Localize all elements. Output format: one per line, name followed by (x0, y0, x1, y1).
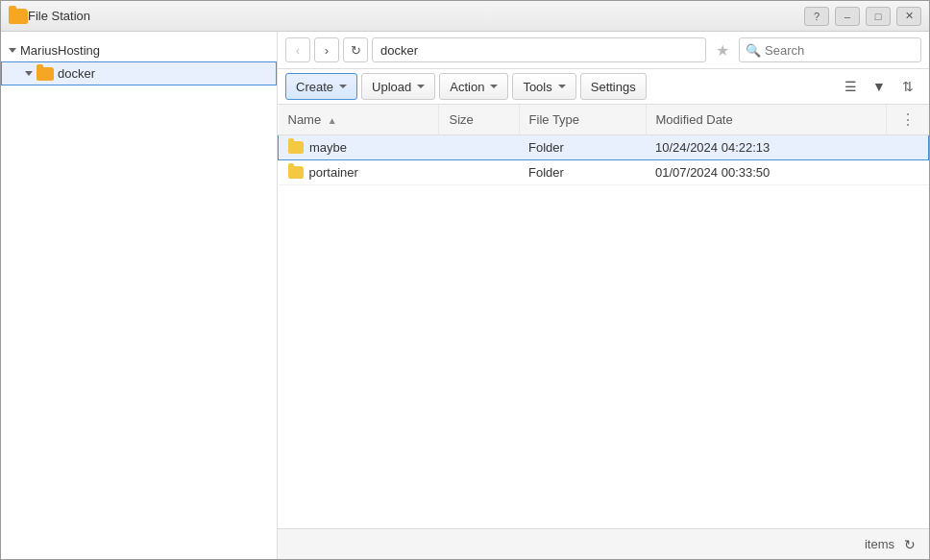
path-input[interactable] (372, 37, 706, 62)
search-input[interactable] (765, 43, 915, 58)
search-box: 🔍 (739, 37, 921, 62)
file-name-cell: portainer (279, 160, 439, 185)
status-refresh-button[interactable]: ↻ (900, 535, 919, 554)
window-controls: ? – □ ✕ (804, 7, 921, 26)
sidebar: MariusHosting docker (1, 32, 278, 559)
create-label: Create (296, 80, 333, 94)
forward-button[interactable]: › (314, 37, 339, 62)
tools-dropdown-arrow (558, 85, 566, 88)
sidebar-host-item[interactable]: MariusHosting (1, 39, 277, 61)
status-bar: items ↻ (278, 528, 929, 559)
column-header-size[interactable]: Size (439, 105, 519, 135)
minimize-button[interactable]: – (835, 7, 860, 26)
file-name: portainer (309, 165, 358, 180)
search-icon: 🔍 (746, 43, 761, 58)
table-row[interactable]: portainer Folder 01/07/2024 00:33:50 (279, 160, 929, 185)
refresh-button[interactable]: ↻ (343, 37, 368, 62)
file-type: Folder (519, 160, 646, 185)
action-label: Action (450, 80, 484, 94)
file-more (886, 160, 929, 185)
action-dropdown-arrow (490, 85, 498, 88)
sort-button[interactable]: ⇅ (894, 73, 921, 100)
window-title: File Station (28, 9, 804, 23)
file-type: Folder (519, 135, 646, 160)
upload-dropdown-arrow (417, 85, 425, 88)
file-station-window: File Station ? – □ ✕ MariusHosting docke… (0, 0, 930, 560)
back-button[interactable]: ‹ (285, 37, 310, 62)
upload-label: Upload (372, 80, 411, 94)
sidebar-item-docker[interactable]: docker (1, 61, 277, 85)
file-table: Name ▲ Size File Type Modified Date (278, 105, 929, 528)
close-button[interactable]: ✕ (896, 7, 921, 26)
file-name: maybe (309, 140, 347, 155)
more-options-icon[interactable]: ⋮ (896, 111, 919, 128)
view-options-button[interactable]: ▼ (866, 73, 893, 100)
content-pane: ‹ › ↻ ★ 🔍 Create Upload (278, 32, 929, 559)
sort-asc-icon: ▲ (328, 115, 337, 126)
settings-label: Settings (591, 80, 636, 94)
create-button[interactable]: Create (285, 73, 357, 100)
title-bar: File Station ? – □ ✕ (1, 1, 929, 32)
create-dropdown-arrow (339, 85, 347, 88)
file-size (439, 135, 519, 160)
maximize-button[interactable]: □ (866, 7, 891, 26)
table-row[interactable]: maybe Folder 10/24/2024 04:22:13 (279, 135, 929, 160)
table-header-row: Name ▲ Size File Type Modified Date (279, 105, 929, 135)
bookmark-button[interactable]: ★ (710, 37, 735, 62)
sidebar-host-label: MariusHosting (20, 43, 100, 58)
toolbar-right: ☰ ▼ ⇅ (837, 73, 921, 100)
column-header-name[interactable]: Name ▲ (279, 105, 439, 135)
column-header-file-type[interactable]: File Type (519, 105, 646, 135)
file-size (439, 160, 519, 185)
action-button[interactable]: Action (439, 73, 508, 100)
column-header-more: ⋮ (886, 105, 929, 135)
file-more (886, 135, 929, 160)
file-name-cell: maybe (279, 135, 439, 160)
column-header-modified-date[interactable]: Modified Date (646, 105, 886, 135)
sidebar-item-label: docker (58, 66, 95, 81)
tools-label: Tools (523, 80, 551, 94)
navigation-toolbar: ‹ › ↻ ★ 🔍 (278, 32, 929, 69)
chevron-down-icon (9, 48, 16, 53)
file-modified-date: 01/07/2024 00:33:50 (646, 160, 886, 185)
folder-icon (288, 166, 304, 179)
settings-button[interactable]: Settings (580, 73, 647, 100)
chevron-down-icon (25, 71, 33, 76)
folder-icon (288, 141, 304, 154)
upload-button[interactable]: Upload (361, 73, 435, 100)
app-icon (9, 9, 28, 24)
action-toolbar: Create Upload Action Tools Settings (278, 69, 929, 105)
items-label: items (865, 537, 894, 551)
list-view-button[interactable]: ☰ (837, 73, 864, 100)
folder-icon (37, 67, 54, 81)
tools-button[interactable]: Tools (512, 73, 575, 100)
main-area: MariusHosting docker ‹ › ↻ ★ 🔍 (1, 32, 929, 559)
file-modified-date: 10/24/2024 04:22:13 (646, 135, 886, 160)
help-button[interactable]: ? (804, 7, 829, 26)
